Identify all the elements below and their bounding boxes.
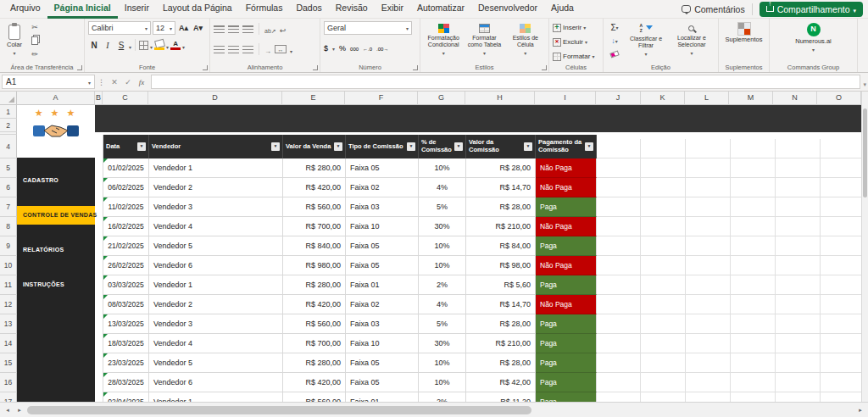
cell-commission-value[interactable]: R$ 11,20 [466,392,536,402]
align-left-button[interactable] [214,46,225,53]
table-header-cell[interactable]: Pagamento da Comissão [536,135,597,158]
cell-commission-value[interactable]: R$ 14,70 [466,178,536,197]
cell-commission-value[interactable]: R$ 28,00 [466,158,536,178]
cell-sale-value[interactable]: R$ 560,00 [283,314,346,334]
row-header[interactable]: 17 [0,392,17,402]
cell-payment-status[interactable]: Não Paga [536,178,597,197]
confirm-entry-button[interactable]: ✓ [121,78,135,86]
row-header[interactable]: 9 [0,236,17,256]
row-header[interactable]: 4 [0,135,17,158]
cell-payment-status[interactable]: Não Paga [536,256,597,275]
font-color-button[interactable] [170,40,181,50]
insert-cells-button[interactable]: Inserir [553,21,599,34]
filter-icon[interactable] [585,142,593,151]
italic-button[interactable]: I [102,39,114,52]
ribbon-tab[interactable]: Página Inicial [47,0,118,19]
cell-vendor[interactable]: Vendedor 2 [149,295,283,314]
table-header-cell[interactable]: Valor da Comissão [466,135,536,158]
cell-vendor[interactable]: Vendedor 1 [149,392,283,402]
cell-commission-value[interactable]: R$ 5,60 [466,275,536,295]
increase-decimal-button[interactable] [363,39,372,54]
cell-commission-type[interactable]: Faixa 02 [346,178,419,197]
column-header[interactable]: J [596,92,641,105]
row-header[interactable]: 1 [0,105,17,119]
cell-sale-value[interactable]: R$ 420,00 [283,373,346,392]
cell-date[interactable]: 16/02/2025 [103,217,149,236]
cell-payment-status[interactable]: Paga [536,392,597,402]
cell-sale-value[interactable]: R$ 420,00 [283,178,346,197]
cell-date[interactable]: 26/02/2025 [103,256,149,275]
cell-payment-status[interactable]: Não Paga [536,217,597,236]
cell-sale-value[interactable]: R$ 280,00 [283,158,346,178]
cell-date[interactable]: 02/04/2025 [103,392,149,402]
table-header-cell[interactable]: Tipo de Comissão [346,135,419,158]
comma-format-button[interactable] [350,39,359,54]
cell-vendor[interactable]: Vendedor 4 [149,334,283,353]
table-header-cell[interactable]: Data [103,135,149,158]
filter-icon[interactable] [137,142,146,151]
font-size-select[interactable]: 12 [153,21,175,35]
row-header[interactable]: 10 [0,256,17,275]
format-cells-button[interactable]: Formatar [553,50,599,63]
cell-commission-pct[interactable]: 10% [419,353,466,373]
column-header[interactable]: E [282,92,345,105]
cell-payment-status[interactable]: Paga [536,334,597,353]
cell-payment-status[interactable]: Paga [536,314,597,334]
horizontal-scrollbar[interactable]: ◂ ▸ ▸ [0,402,868,417]
cell-sale-value[interactable]: R$ 560,00 [283,392,346,402]
cell-commission-pct[interactable]: 10% [419,256,466,275]
cell-vendor[interactable]: Vendedor 4 [149,217,283,236]
ribbon-tab[interactable]: Desenvolvedor [471,0,544,19]
scroll-right-icon[interactable]: ▸ [14,407,25,414]
row-header[interactable]: 7 [0,197,17,217]
cell-date[interactable]: 18/03/2025 [103,334,149,353]
font-name-select[interactable]: Calibri [88,21,151,35]
cell-commission-type[interactable]: Faixa 05 [346,256,419,275]
table-header-cell[interactable]: Vendedor [149,135,283,158]
cell-vendor[interactable]: Vendedor 6 [149,256,283,275]
dialog-launcher-icon[interactable] [413,65,418,70]
cell-payment-status[interactable]: Paga [536,236,597,256]
row-header[interactable]: 8 [0,217,17,236]
autosum-button[interactable] [607,21,622,33]
cell-commission-pct[interactable]: 4% [419,178,466,197]
dialog-launcher-icon[interactable] [203,65,208,70]
ribbon-tab[interactable]: Ajuda [544,0,581,19]
addins-button[interactable]: Suplementos [722,21,765,45]
percent-format-button[interactable] [339,39,346,54]
name-box[interactable]: A1 [2,75,95,89]
column-header[interactable]: B [95,92,103,105]
cell-vendor[interactable]: Vendedor 3 [149,314,283,334]
cell-sale-value[interactable]: R$ 700,00 [283,334,346,353]
cell-commission-pct[interactable]: 10% [419,158,466,178]
cell-sale-value[interactable]: R$ 280,00 [283,275,346,295]
select-all-corner[interactable] [0,92,17,105]
column-header[interactable]: L [685,92,729,105]
cell-date[interactable]: 08/03/2025 [103,295,149,314]
align-bottom-button[interactable] [242,25,253,33]
ribbon-tab[interactable]: Exibir [375,0,410,19]
cell-vendor[interactable]: Vendedor 5 [149,353,283,373]
cell-commission-type[interactable]: Faixa 05 [346,158,419,178]
find-select-button[interactable]: Localizar e Selecionar [670,21,714,57]
row-header[interactable]: 6 [0,178,17,197]
cell-commission-pct[interactable]: 30% [419,217,466,236]
indent-button[interactable] [264,42,271,57]
cell-commission-value[interactable]: R$ 210,00 [466,334,536,353]
cell-commission-type[interactable]: Faixa 03 [346,314,419,334]
cell-sale-value[interactable]: R$ 560,00 [283,197,346,217]
cell-commission-type[interactable]: Faixa 05 [346,353,419,373]
orientation-button[interactable] [264,21,276,36]
decrease-decimal-button[interactable] [376,39,388,54]
cell-commission-pct[interactable]: 4% [419,295,466,314]
cell-commission-pct[interactable]: 30% [419,334,466,353]
dialog-launcher-icon[interactable] [313,65,318,70]
align-top-button[interactable] [214,25,225,33]
conditional-formatting-button[interactable]: Formatação Condicional [424,21,463,57]
cell-commission-type[interactable]: Faixa 02 [346,295,419,314]
column-header[interactable]: D [148,92,282,105]
column-header[interactable]: N [773,92,817,105]
column-header[interactable]: C [103,92,148,105]
cell-commission-pct[interactable]: 10% [419,373,466,392]
dialog-launcher-icon[interactable] [77,65,82,70]
